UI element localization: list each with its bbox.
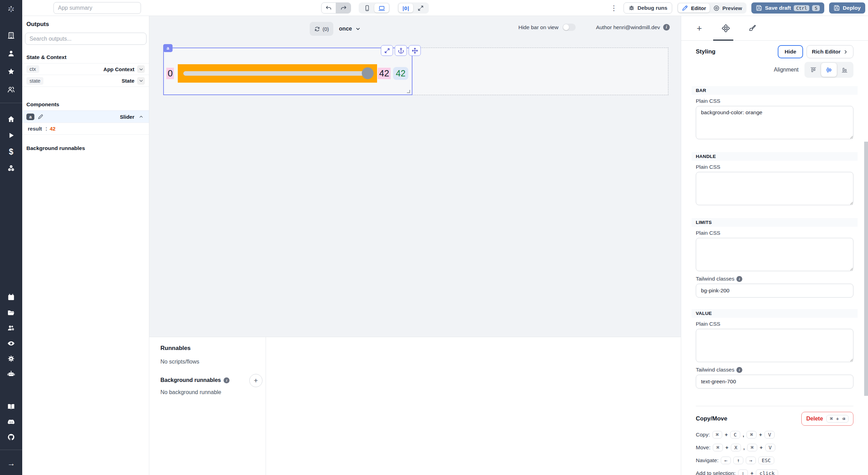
component-collapse-button[interactable] bbox=[137, 113, 145, 120]
debug-runs-button[interactable]: Debug runs bbox=[624, 2, 672, 14]
sidebar-item-settings[interactable] bbox=[0, 352, 22, 365]
anchor-component-button[interactable] bbox=[395, 45, 407, 56]
schedule-mode-dropdown[interactable]: once bbox=[339, 26, 360, 32]
result-key: result bbox=[28, 126, 42, 132]
delete-label: Delete bbox=[806, 416, 823, 422]
sidebar-item-runs[interactable] bbox=[0, 129, 22, 142]
rail-divider bbox=[0, 103, 22, 103]
sidebar-item-folders[interactable] bbox=[0, 307, 22, 319]
limits-plain-css-textarea[interactable] bbox=[696, 238, 853, 271]
component-row-slider[interactable]: a Slider bbox=[22, 110, 149, 123]
save-draft-button[interactable]: Save draft Ctrl S bbox=[751, 2, 824, 14]
search-outputs-input[interactable] bbox=[25, 33, 147, 45]
value-tailwind-input[interactable] bbox=[696, 375, 853, 389]
sidebar-item-resources[interactable] bbox=[0, 162, 22, 175]
align-bottom-button[interactable] bbox=[837, 63, 852, 77]
app-summary-input[interactable] bbox=[53, 2, 141, 14]
kbd-ctrl: Ctrl bbox=[794, 5, 809, 11]
handle-plain-css-textarea[interactable] bbox=[696, 172, 853, 205]
refresh-button[interactable]: (0) bbox=[310, 22, 333, 36]
delete-component-button[interactable]: Delete ⌘ + ⌫ bbox=[801, 412, 853, 426]
sidebar-item-discord[interactable] bbox=[0, 416, 22, 428]
tailwind-info-icon[interactable]: i bbox=[736, 367, 742, 373]
sidebar-item-variables[interactable]: $ bbox=[0, 145, 22, 158]
result-row[interactable]: result : 42 bbox=[22, 123, 149, 135]
toggle-knob bbox=[563, 24, 569, 30]
sidebar-item-groups[interactable] bbox=[0, 83, 22, 96]
value-plain-css-textarea[interactable] bbox=[696, 329, 853, 362]
output-row-state[interactable]: state State bbox=[22, 75, 149, 87]
centered-layout-button[interactable]: |0| bbox=[399, 3, 413, 12]
add-background-runnable-button[interactable]: + bbox=[249, 374, 262, 387]
edit-id-icon[interactable] bbox=[37, 114, 43, 120]
alignment-label: Alignment bbox=[774, 67, 799, 73]
ctx-expand-button[interactable] bbox=[137, 65, 145, 73]
tab-global-styling[interactable] bbox=[747, 23, 757, 33]
section-bar: BAR Plain CSS background-color: orange bbox=[696, 86, 853, 141]
outputs-title: Outputs bbox=[26, 21, 49, 28]
sidebar-item-home[interactable] bbox=[0, 113, 22, 125]
redo-button[interactable] bbox=[336, 3, 351, 13]
sidebar-item-ai[interactable] bbox=[0, 368, 22, 380]
bar-plain-css-textarea[interactable]: background-color: orange bbox=[696, 106, 853, 139]
align-top-button[interactable] bbox=[806, 63, 821, 77]
output-row-ctx[interactable]: ctx App Context bbox=[22, 63, 149, 75]
section-handle: HANDLE Plain CSS bbox=[696, 152, 853, 207]
sidebar-item-schedules[interactable] bbox=[0, 291, 22, 303]
paintbrush-icon bbox=[748, 24, 756, 32]
components-icon bbox=[722, 24, 730, 32]
resize-handle[interactable] bbox=[407, 90, 410, 93]
mobile-view-button[interactable] bbox=[360, 3, 374, 12]
rich-editor-button[interactable]: Rich Editor bbox=[807, 45, 853, 58]
components-title: Components bbox=[26, 101, 59, 108]
deploy-button[interactable]: Deploy bbox=[829, 2, 865, 14]
slider-handle[interactable] bbox=[362, 67, 374, 79]
expand-component-button[interactable] bbox=[381, 45, 393, 56]
selected-component-slider[interactable]: a 0 42 42 bbox=[163, 48, 412, 95]
sidebar-item-audit-logs[interactable] bbox=[0, 337, 22, 350]
windmill-logo[interactable] bbox=[0, 3, 22, 15]
desktop-view-button[interactable] bbox=[374, 3, 389, 12]
hide-bar-label: Hide bar on view bbox=[518, 24, 558, 31]
canvas-grid-area[interactable]: a 0 42 42 bbox=[163, 48, 668, 95]
align-top-icon bbox=[810, 66, 817, 74]
component-id-badge: a bbox=[163, 44, 173, 52]
author-label: Author henri@windmill.dev bbox=[596, 24, 660, 31]
schedule-mode-label: once bbox=[339, 26, 352, 32]
shortcut-row-navigate: Navigate: ← ↑ → ESC bbox=[696, 457, 853, 464]
full-width-button[interactable] bbox=[413, 3, 428, 12]
sidebar-item-favorites[interactable] bbox=[0, 65, 22, 78]
hide-bar-toggle[interactable] bbox=[562, 24, 576, 31]
add-to-selection-label: Add to selection: bbox=[696, 470, 736, 475]
shortcut-row-move: Move: ⌘+X, ⌘+V bbox=[696, 444, 853, 451]
undo-button[interactable] bbox=[322, 3, 336, 13]
panel-divider bbox=[266, 337, 266, 475]
panel-scrollbar-thumb[interactable] bbox=[864, 142, 868, 396]
app-canvas[interactable]: (0) once Hide bar on view Author henri@w… bbox=[149, 16, 681, 337]
star-icon bbox=[7, 68, 15, 75]
collapse-rail-button[interactable]: → bbox=[0, 457, 22, 469]
tab-editor[interactable]: Editor bbox=[678, 3, 709, 12]
align-center-button[interactable] bbox=[821, 63, 837, 77]
tab-preview[interactable]: Preview bbox=[710, 3, 746, 12]
state-key-badge: state bbox=[26, 77, 43, 85]
building-icon bbox=[7, 32, 15, 39]
slider-track[interactable] bbox=[183, 71, 371, 76]
move-component-button[interactable] bbox=[409, 45, 421, 56]
topbar-actions: ⋮ Debug runs Editor Preview Save draft C… bbox=[609, 2, 865, 14]
hide-styling-button[interactable]: Hide bbox=[778, 45, 803, 58]
tab-insert-component[interactable]: + bbox=[694, 23, 704, 33]
state-expand-button[interactable] bbox=[137, 77, 145, 85]
more-menu-button[interactable]: ⋮ bbox=[609, 5, 619, 11]
sidebar-item-workspace[interactable] bbox=[0, 29, 22, 42]
sidebar-item-github[interactable] bbox=[0, 431, 22, 443]
sidebar-item-user[interactable] bbox=[0, 47, 22, 60]
sidebar-item-workers[interactable] bbox=[0, 322, 22, 334]
author-info-icon[interactable]: i bbox=[663, 24, 670, 31]
sidebar-item-docs[interactable] bbox=[0, 400, 22, 413]
tab-component-settings[interactable] bbox=[721, 23, 731, 33]
background-runnables-info-icon[interactable]: i bbox=[224, 377, 229, 383]
tailwind-info-icon[interactable]: i bbox=[736, 276, 742, 282]
limits-tailwind-input[interactable] bbox=[696, 284, 853, 298]
github-icon bbox=[7, 433, 15, 441]
